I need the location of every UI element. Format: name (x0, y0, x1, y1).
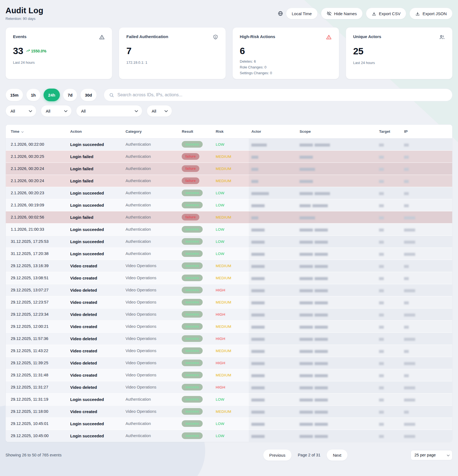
failed-auth-sub: 172.19.0.1: 1 (126, 60, 218, 65)
cell-action: Video created (67, 405, 123, 418)
redacted-text: ▆▆▆▆▆ (404, 434, 415, 438)
table-row[interactable]: 29.12.2025, 11:43:22Video createdVideo O… (6, 345, 452, 357)
table-row[interactable]: 29.12.2025, 13:08:51Video createdVideo O… (6, 272, 452, 284)
filter-select-1[interactable]: All (6, 105, 36, 117)
redacted-text: ▆▆▆▆▆▆▆▆▆▆▆▆ (300, 204, 328, 207)
table-row[interactable]: 29.12.2025, 10:45:01Login succeededAuthe… (6, 418, 452, 430)
hide-names-button[interactable]: Hide Names (321, 8, 363, 19)
cell-target: ▆▆ (376, 393, 401, 405)
cell-time: 2.1.2026, 00:02:56 (6, 211, 67, 223)
per-page-select[interactable]: 25 per page (411, 450, 452, 460)
table-row[interactable]: 2.1.2026, 00:02:56Login failedAuthentica… (6, 211, 452, 223)
column-header-actor: Actor (249, 125, 297, 138)
cell-risk: LOW (213, 138, 249, 150)
cell-result: success (179, 405, 213, 418)
cell-time: 2.1.2026, 00:20:23 (6, 187, 67, 199)
table-row[interactable]: 29.12.2025, 11:18:00Video createdVideo O… (6, 405, 452, 418)
previous-page-button[interactable]: Previous (263, 449, 292, 461)
redacted-text: ▆▆ (379, 337, 383, 341)
time-range-pill-24h[interactable]: 24h (44, 89, 60, 101)
cell-action: Login failed (67, 150, 123, 163)
filter-select-wrap: All (41, 105, 72, 117)
table-row[interactable]: 2.1.2026, 00:20:24Login failedAuthentica… (6, 175, 452, 187)
redacted-text: ▆▆ (379, 289, 383, 292)
local-time-button[interactable]: Local Time (286, 8, 318, 19)
risk-label: HIGH (216, 361, 225, 365)
cell-target: ▆▆ (376, 320, 401, 333)
export-csv-button[interactable]: Export CSV (366, 8, 406, 19)
cell-scope: ▆▆▆▆▆▆▆▆▆▆▆▆ (297, 296, 376, 308)
table-row[interactable]: 29.12.2025, 11:31:48Video createdVideo O… (6, 369, 452, 381)
settings-changes-count: Settings Changes: 0 (240, 71, 332, 76)
cell-actor: ▆▆▆▆▆▆ (249, 430, 297, 442)
next-page-button[interactable]: Next (326, 449, 348, 461)
cell-actor: ▆▆▆▆▆▆ (249, 393, 297, 405)
redacted-text: ▆▆▆▆▆▆▆▆▆▆▆▆ (300, 374, 328, 377)
cell-action: Video deleted (67, 357, 123, 369)
table-row[interactable]: 29.12.2025, 12:23:34Video deletedVideo O… (6, 308, 452, 320)
redacted-text: ▆▆ (404, 167, 408, 171)
redacted-text: ▆▆▆▆▆▆▆▆ (251, 192, 269, 195)
export-json-button[interactable]: Export JSON (409, 8, 452, 19)
cell-ip: ▆▆▆▆▆ (401, 333, 452, 345)
table-row[interactable]: 29.12.2025, 11:57:36Video deletedVideo O… (6, 333, 452, 345)
table-row[interactable]: 29.12.2025, 11:39:25Video deletedVideo O… (6, 357, 452, 369)
table-row[interactable]: 1.1.2026, 21:00:33Login succeededAuthent… (6, 223, 452, 235)
time-range-pill-30d[interactable]: 30d (80, 89, 97, 101)
redacted-text: ▆▆▆▆▆▆▆▆▆▆▆▆ (300, 422, 328, 426)
cell-result: success (179, 320, 213, 333)
page-title: Audit Log (6, 6, 43, 15)
table-row[interactable]: 29.12.2025, 13:07:27Video deletedVideo O… (6, 284, 452, 296)
redacted-text: ▆▆▆▆▆ (404, 228, 415, 231)
redacted-text: ▆▆ (404, 374, 408, 377)
unique-actors-sub: Last 24 hours (353, 60, 445, 66)
filter-select-wrap: All (6, 105, 36, 117)
cell-scope: ▆▆▆▆▆▆▆▆▆▆▆▆ (297, 284, 376, 296)
cell-target: ▆▆ (376, 369, 401, 381)
cell-target: ▆▆ (376, 150, 401, 163)
cell-actor: ▆▆▆▆▆▆ (249, 260, 297, 272)
result-badge: success (182, 360, 202, 366)
redacted-text: ▆▆ (379, 361, 383, 365)
cell-risk: MEDIUM (213, 150, 249, 163)
search-input[interactable] (117, 92, 447, 97)
cell-category: Authentication (123, 393, 179, 405)
redacted-text: ▆▆ (404, 192, 408, 195)
column-header-time[interactable]: Time (6, 125, 67, 138)
redacted-text: ▆▆ (379, 374, 383, 377)
table-row[interactable]: 29.12.2025, 12:23:57Video createdVideo O… (6, 296, 452, 308)
redacted-text: ▆▆▆▆▆▆▆▆▆▆▆▆ (300, 252, 328, 256)
cell-risk: MEDIUM (213, 345, 249, 357)
table-row[interactable]: 2.1.2026, 00:20:24Login failedAuthentica… (6, 163, 452, 175)
result-badge: success (182, 323, 202, 330)
table-row[interactable]: 29.12.2025, 11:31:27Video deletedVideo O… (6, 381, 452, 393)
table-row[interactable]: 29.12.2025, 13:16:39Video createdVideo O… (6, 260, 452, 272)
table-row[interactable]: 29.12.2025, 10:45:00Login succeededAuthe… (6, 430, 452, 442)
cell-ip: ▆▆▆▆▆ (401, 418, 452, 430)
redacted-text: ▆▆▆▆▆▆ (251, 204, 264, 207)
table-row[interactable]: 2.1.2026, 00:22:00Login succeededAuthent… (6, 138, 452, 150)
table-row[interactable]: 31.12.2025, 17:25:53Login succeededAuthe… (6, 235, 452, 248)
time-range-pill-1h[interactable]: 1h (26, 89, 41, 101)
cell-scope: ▆▆▆▆▆▆▆▆▆▆▆▆ (297, 272, 376, 284)
result-badge: success (182, 408, 202, 415)
table-row[interactable]: 29.12.2025, 12:00:21Video createdVideo O… (6, 320, 452, 333)
result-badge: success (182, 250, 202, 257)
cell-action: Video deleted (67, 333, 123, 345)
filter-select-4[interactable]: All (147, 105, 172, 117)
cell-scope: ▆▆▆▆▆▆▆▆▆▆▆▆ (297, 405, 376, 418)
filter-select-2[interactable]: All (41, 105, 72, 117)
table-row[interactable]: 2.1.2026, 00:20:25Login failedAuthentica… (6, 150, 452, 163)
cell-actor: ▆▆▆▆▆▆ (249, 418, 297, 430)
time-range-pill-15m[interactable]: 15m (6, 89, 23, 101)
cell-scope: ▆▆▆▆▆▆ (297, 150, 376, 163)
table-row[interactable]: 29.12.2025, 11:31:19Login succeededAuthe… (6, 393, 452, 405)
cell-actor: ▆▆▆▆▆▆ (249, 308, 297, 320)
redacted-text: ▆▆ (404, 276, 408, 280)
table-row[interactable]: 2.1.2026, 00:20:23Login succeededAuthent… (6, 187, 452, 199)
time-range-pill-7d[interactable]: 7d (63, 89, 77, 101)
cell-scope: ▆▆▆▆▆▆▆▆▆▆▆▆ (297, 357, 376, 369)
table-row[interactable]: 2.1.2026, 00:19:09Login succeededAuthent… (6, 199, 452, 211)
table-row[interactable]: 31.12.2025, 17:20:38Login succeededAuthe… (6, 248, 452, 260)
filter-select-3[interactable]: All (76, 105, 142, 117)
